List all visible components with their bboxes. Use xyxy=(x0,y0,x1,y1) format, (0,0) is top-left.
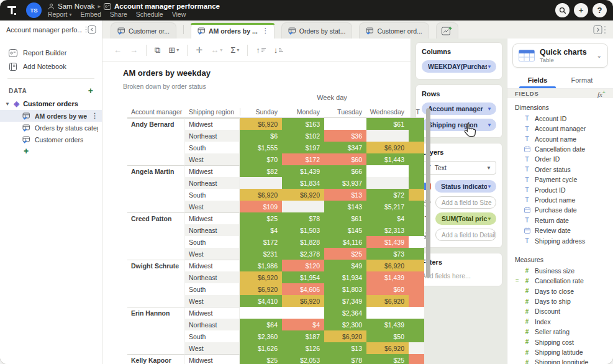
value-cell[interactable]: $2,313 xyxy=(366,224,409,236)
redo-icon[interactable]: → xyxy=(130,45,138,55)
value-cell[interactable] xyxy=(409,330,424,342)
chart-type-selector[interactable]: Quick charts Table ⌄ xyxy=(512,43,608,68)
value-cell[interactable]: $1,834 xyxy=(282,177,324,189)
value-cell[interactable] xyxy=(409,189,424,201)
value-cell[interactable]: $6,920 xyxy=(324,330,366,342)
measure-days-to-ship[interactable]: #Days to ship xyxy=(507,296,613,306)
app-logo-icon[interactable] xyxy=(0,0,24,20)
value-cell[interactable]: $4 xyxy=(282,319,324,330)
expand-panel-icon[interactable] xyxy=(593,25,607,35)
value-cell[interactable]: $109 xyxy=(240,201,282,212)
chevron-down-icon[interactable]: ▼ xyxy=(487,184,492,189)
value-cell[interactable]: $49 xyxy=(324,260,366,271)
value-cell[interactable] xyxy=(409,165,424,177)
chevron-down-icon[interactable]: ▼ xyxy=(487,106,492,112)
add-button[interactable]: + xyxy=(574,3,588,17)
column-header-sunday[interactable]: Sunday xyxy=(240,108,282,116)
chevron-down-icon[interactable]: ▼ xyxy=(487,122,492,128)
sidebar-item-am-orders-by-weekday[interactable]: AM orders by weekday⋮ xyxy=(0,110,102,122)
value-cell[interactable]: $6,920 xyxy=(240,118,282,130)
tab-orders-by-stat[interactable]: Orders by stat... xyxy=(281,22,353,39)
sidebar-item-orders-by-status-categ[interactable]: Orders by status categ... xyxy=(0,122,102,134)
dimension-account-id[interactable]: TAccount ID xyxy=(507,114,613,124)
tab-am-orders-by[interactable]: AM orders by ...⋮ xyxy=(191,22,275,39)
value-cell[interactable] xyxy=(324,118,366,130)
value-cell[interactable] xyxy=(409,236,424,248)
value-cell[interactable]: $1,439 xyxy=(366,319,409,330)
topbar-menu-share[interactable]: Share xyxy=(110,11,127,18)
collapse-sidebar-icon[interactable] xyxy=(84,25,97,34)
value-cell[interactable]: $143 xyxy=(324,201,366,212)
add-data-button[interactable]: + xyxy=(88,86,93,95)
value-cell[interactable] xyxy=(409,201,424,212)
columns-field-pill[interactable]: WEEKDAY(Purchase date) ▼ xyxy=(422,60,496,73)
tab-format[interactable]: Format xyxy=(571,76,593,88)
column-header-account-manager[interactable]: Account manager xyxy=(127,108,185,116)
add-notebook-button[interactable]: Add Notebook xyxy=(0,60,102,73)
dimension-shipping-address[interactable]: TShipping address xyxy=(507,235,613,245)
value-cell[interactable] xyxy=(409,212,424,224)
value-cell[interactable]: $6,920 xyxy=(240,271,282,283)
value-cell[interactable]: $50 xyxy=(366,330,409,342)
value-cell[interactable]: $1,803 xyxy=(324,283,366,295)
value-cell[interactable]: $1,934 xyxy=(324,271,366,283)
measure-shipping-latitude[interactable]: #Shipping latitude xyxy=(507,347,613,357)
data-source-row[interactable]: ▼ ◈ Customer orders xyxy=(0,98,102,110)
value-cell[interactable] xyxy=(240,307,282,319)
value-cell[interactable] xyxy=(409,248,424,260)
value-cell[interactable]: $1,443 xyxy=(366,153,409,165)
dimension-product-id[interactable]: TProduct ID xyxy=(507,184,613,194)
value-cell[interactable]: $61 xyxy=(324,212,366,224)
value-cell[interactable]: $25 xyxy=(240,354,282,364)
sort-descending-icon[interactable]: ↓ xyxy=(274,45,284,55)
value-cell[interactable]: $1,828 xyxy=(282,236,324,248)
value-cell[interactable]: $36 xyxy=(324,130,366,142)
rows-field-pill-account-manager[interactable]: Account manager ▼ xyxy=(422,102,496,115)
value-cell[interactable]: $25 xyxy=(366,354,409,364)
sidebar-item-customer-orders[interactable]: Customer orders xyxy=(0,134,102,145)
value-cell[interactable]: $6,920 xyxy=(240,189,282,201)
value-cell[interactable] xyxy=(409,319,424,330)
value-cell[interactable]: $197 xyxy=(282,142,324,153)
value-cell[interactable] xyxy=(409,260,424,271)
value-cell[interactable] xyxy=(409,295,424,307)
value-cell[interactable]: $172 xyxy=(240,236,282,248)
value-cell[interactable]: $1,555 xyxy=(240,142,282,153)
value-cell[interactable]: $3,937 xyxy=(324,177,366,189)
topbar-menu-report[interactable]: Report▾ xyxy=(48,11,72,18)
add-field-icon[interactable]: ✛ xyxy=(196,45,202,55)
value-cell[interactable]: $1,954 xyxy=(282,271,324,283)
size-field-dropzone[interactable]: Add a field to Size xyxy=(435,196,496,209)
value-cell[interactable] xyxy=(409,142,424,153)
topbar-menu-embed[interactable]: Embed xyxy=(81,11,101,18)
table-scrollbar[interactable] xyxy=(426,108,430,278)
value-cell[interactable]: $60 xyxy=(324,153,366,165)
value-cell[interactable]: $70 xyxy=(240,153,282,165)
value-cell[interactable]: $64 xyxy=(240,319,282,330)
remove-table-icon[interactable]: ⊞▾ xyxy=(168,45,179,55)
value-cell[interactable]: $6,920 xyxy=(282,189,324,201)
value-cell[interactable]: $78 xyxy=(324,354,366,364)
value-cell[interactable]: $163 xyxy=(282,118,324,130)
dimension-purchase-date[interactable]: Purchase date xyxy=(507,205,613,215)
status-indicator-pill[interactable]: Status indicator ▼ xyxy=(435,180,496,193)
dimension-order-id[interactable]: TOrder ID xyxy=(507,154,613,164)
tab-menu-icon[interactable]: ⋮ xyxy=(261,27,270,35)
value-cell[interactable]: $1,439 xyxy=(282,165,324,177)
value-cell[interactable]: $231 xyxy=(240,248,282,260)
value-cell[interactable]: $72 xyxy=(366,189,409,201)
value-cell[interactable] xyxy=(409,130,424,142)
value-cell[interactable] xyxy=(282,307,324,319)
value-cell[interactable]: $2,378 xyxy=(282,248,324,260)
value-cell[interactable]: $1,503 xyxy=(282,224,324,236)
value-cell[interactable]: $73 xyxy=(366,248,409,260)
aggregate-icon[interactable]: Σ▾ xyxy=(230,45,239,55)
filters-dropzone[interactable]: Add fields here... xyxy=(422,272,496,280)
value-cell[interactable] xyxy=(366,130,409,142)
value-cell[interactable] xyxy=(240,177,282,189)
value-cell[interactable]: $4,606 xyxy=(282,283,324,295)
value-cell[interactable]: $2,360 xyxy=(240,330,282,342)
measure-index[interactable]: #Index xyxy=(507,317,613,327)
value-cell[interactable] xyxy=(282,201,324,212)
value-cell[interactable]: $7,349 xyxy=(324,295,366,307)
